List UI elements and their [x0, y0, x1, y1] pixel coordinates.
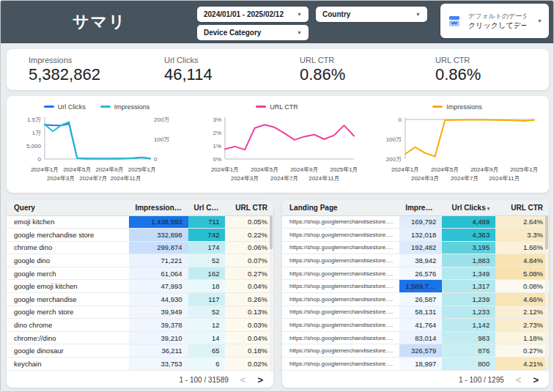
- table-row: keychain33,75360.02%: [7, 358, 273, 371]
- table-cell: https://shop.googlemerchandisestore.com/…: [282, 241, 399, 254]
- scorecard-label: Impressions: [29, 56, 142, 64]
- table-cell: google merch store: [7, 306, 129, 319]
- svg-text:2024年5月: 2024年5月: [251, 166, 278, 173]
- date-range-control[interactable]: 2024/01/01 - 2025/02/12 ▼: [197, 7, 309, 22]
- table-row: dino chrome39,378120.03%: [7, 319, 273, 332]
- svg-text:200万: 200万: [154, 117, 169, 123]
- table-cell: 0.22%: [225, 229, 273, 242]
- table-cell: 299,874: [129, 241, 188, 254]
- table-cell: 4,363: [442, 229, 495, 242]
- svg-text:1%: 1%: [213, 143, 221, 149]
- table-cell: 0.04%: [225, 331, 273, 344]
- table-cell: 44,930: [129, 293, 188, 306]
- chart-plot-area: 0%1%2%3%2024年1月2024年3月2024年5月2024年7月2024…: [187, 112, 367, 188]
- table-cell: 0.27%: [495, 344, 549, 358]
- table-cell: 33,753: [129, 358, 188, 371]
- legend-swatch-icon: [100, 106, 111, 108]
- svg-text:0: 0: [399, 117, 402, 123]
- scorecard-value: 5,382,862: [29, 65, 142, 84]
- table-cell: https://shop.googlemerchandisestore.com/…: [282, 306, 399, 319]
- pagination: 1 - 100 / 1295<>: [282, 372, 549, 388]
- chart-plot-area: 200万100万02024年1月2024年3月2024年5月2024年7月202…: [367, 112, 547, 188]
- table-cell: 0.02%: [225, 358, 273, 371]
- table-scrollbar[interactable]: [545, 215, 548, 372]
- table-cell: chrome dino: [7, 241, 129, 254]
- table-cell: 2.64%: [495, 215, 549, 229]
- country-filter[interactable]: Country ▼: [316, 7, 427, 22]
- pagination: 1 - 100 / 31589<>: [7, 372, 273, 388]
- svg-text:2024年7月: 2024年7月: [451, 175, 479, 182]
- table-scrollbar[interactable]: [270, 215, 273, 372]
- table-cell: 983: [442, 331, 495, 344]
- device-category-filter[interactable]: Device Category ▼: [197, 25, 309, 40]
- column-header-landing-page[interactable]: Landing Page: [282, 200, 399, 215]
- scorecard-label: URL CTR: [300, 56, 413, 64]
- table-cell: 2.73%: [495, 319, 549, 332]
- table-cell: 36,211: [129, 344, 188, 358]
- svg-text:2024年3月: 2024年3月: [47, 175, 75, 182]
- table-cell: 12: [188, 319, 226, 332]
- table-row: google dino71,221520.07%: [7, 254, 273, 267]
- table-cell: emoji kitchen: [7, 215, 129, 229]
- table-cell: https://shop.googlemerchandisestore.com/…: [282, 331, 399, 344]
- next-page-button[interactable]: >: [257, 375, 263, 385]
- svg-text:2%: 2%: [213, 130, 221, 136]
- table-cell: 0.04%: [225, 280, 273, 293]
- svg-text:100万: 100万: [386, 136, 402, 143]
- table-cell: 41,764: [399, 319, 442, 332]
- table-cell: 0.03%: [225, 319, 273, 332]
- table-cell: google merchandise: [7, 293, 129, 306]
- column-header-url-clicks[interactable]: Url Clicks ▾: [442, 200, 495, 215]
- scrollbar-thumb[interactable]: [545, 215, 548, 249]
- table-cell: 711: [188, 215, 226, 229]
- table-cell: 83,014: [399, 331, 442, 344]
- landing-page-table-card: Landing PageImpressionsUrl Clicks ▾URL C…: [282, 200, 549, 388]
- svg-text:2024年1月: 2024年1月: [391, 166, 419, 173]
- table-cell: 1,349: [442, 267, 495, 280]
- svg-text:100万: 100万: [154, 136, 169, 143]
- table-cell: https://shop.googlemerchandisestore.com/…: [282, 254, 399, 267]
- svg-text:2024年7月: 2024年7月: [270, 175, 298, 182]
- scrollbar-thumb[interactable]: [270, 215, 273, 249]
- table-cell: dino chrome: [7, 319, 129, 332]
- table-cell: 58,131: [399, 306, 442, 319]
- prev-page-button[interactable]: <: [240, 375, 246, 385]
- table-row: https://shop.googlemerchandisestore.com/…: [282, 306, 549, 319]
- table-cell: google merchandise store: [7, 229, 129, 242]
- legend-item: Impressions: [100, 103, 150, 111]
- legend-swatch-icon: [256, 106, 266, 108]
- table-cell: 39,210: [129, 331, 188, 344]
- table-cell: 0.26%: [225, 293, 273, 306]
- svg-text:2024年5月: 2024年5月: [63, 166, 91, 173]
- database-icon: [447, 14, 462, 29]
- column-header-query[interactable]: Query: [7, 200, 129, 215]
- table-cell: 1,883: [442, 254, 495, 267]
- prev-page-button[interactable]: <: [516, 375, 522, 385]
- legend-swatch-icon: [44, 106, 54, 108]
- pagination-label: 1 - 100 / 1295: [459, 376, 504, 384]
- data-source-button[interactable]: デフォルトのデータ クリックしてデータ: ▼: [440, 4, 549, 38]
- table-cell: 71,221: [129, 254, 188, 267]
- column-header-url-ctr[interactable]: URL CTR: [225, 200, 273, 215]
- table-cell: 1,239: [442, 293, 495, 306]
- column-header-url-clicks[interactable]: Url Clicks: [188, 200, 226, 215]
- column-header-url-ctr[interactable]: URL CTR: [495, 200, 549, 215]
- table-cell: 26,576: [399, 267, 442, 280]
- column-header-impressions[interactable]: Impressions: [399, 200, 442, 215]
- table-cell: 0.05%: [225, 215, 273, 229]
- table-cell: 1,233: [442, 306, 495, 319]
- svg-text:2024年5月: 2024年5月: [431, 166, 459, 173]
- data-source-name: デフォルトのデータ: [468, 12, 526, 21]
- table-cell: 1,317: [442, 280, 495, 293]
- scorecard-url-ctr: URL CTR 0.86%: [278, 49, 413, 90]
- legend-item: Impressions: [432, 103, 482, 111]
- impressions-time-chart: Impressions200万100万02024年1月2024年3月2024年5…: [367, 101, 547, 193]
- table-cell: https://shop.googlemerchandisestore.com/…: [282, 267, 399, 280]
- next-page-button[interactable]: >: [533, 375, 539, 385]
- svg-text:2024年9月: 2024年9月: [470, 166, 498, 173]
- table-row: https://shop.googlemerchandisestore.com/…: [282, 358, 549, 371]
- query-table: QueryImpressions ▾Url ClicksURL CTRemoji…: [7, 200, 273, 371]
- chevron-down-icon: ▼: [416, 12, 421, 17]
- column-header-impressions[interactable]: Impressions ▾: [129, 200, 188, 215]
- data-source-hint: クリックしてデータ:: [468, 21, 526, 31]
